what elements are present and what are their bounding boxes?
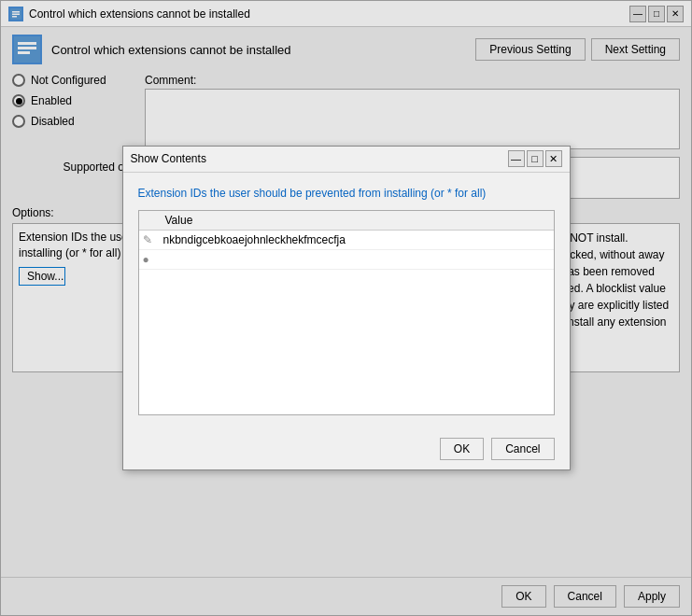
- modal-cancel-button[interactable]: Cancel: [491, 438, 554, 460]
- modal-title: Show Contents: [131, 152, 206, 165]
- modal-title-bar: Show Contents — □ ✕: [123, 147, 570, 173]
- show-contents-dialog: Show Contents — □ ✕ Extension IDs the us…: [122, 146, 571, 471]
- modal-overlay: Show Contents — □ ✕ Extension IDs the us…: [1, 1, 691, 615]
- table-header-value: Value: [158, 211, 554, 231]
- modal-close-button[interactable]: ✕: [545, 150, 562, 167]
- table-cell-value-1[interactable]: [158, 231, 554, 250]
- modal-description: Extension IDs the user should be prevent…: [138, 186, 555, 202]
- modal-table: Value ✎ ●: [139, 211, 554, 270]
- table-header-icon-col: [139, 211, 158, 231]
- table-row: ✎: [139, 231, 554, 250]
- table-cell-value-2[interactable]: [158, 250, 554, 270]
- modal-bottom-buttons: OK Cancel: [123, 428, 570, 469]
- main-window: Control which extensions cannot be insta…: [0, 0, 692, 616]
- row-edit-icon: ✎: [139, 231, 158, 250]
- row-bullet-icon: ●: [139, 250, 158, 270]
- modal-minimize-button[interactable]: —: [508, 150, 525, 167]
- table-row-empty: ●: [139, 250, 554, 270]
- modal-ok-button[interactable]: OK: [440, 438, 484, 460]
- value-input-1[interactable]: [162, 232, 550, 247]
- modal-table-container[interactable]: Value ✎ ●: [138, 210, 555, 415]
- modal-maximize-button[interactable]: □: [527, 150, 544, 167]
- modal-content: Extension IDs the user should be prevent…: [123, 173, 570, 429]
- modal-title-buttons: — □ ✕: [508, 150, 562, 167]
- value-input-2[interactable]: [162, 252, 550, 267]
